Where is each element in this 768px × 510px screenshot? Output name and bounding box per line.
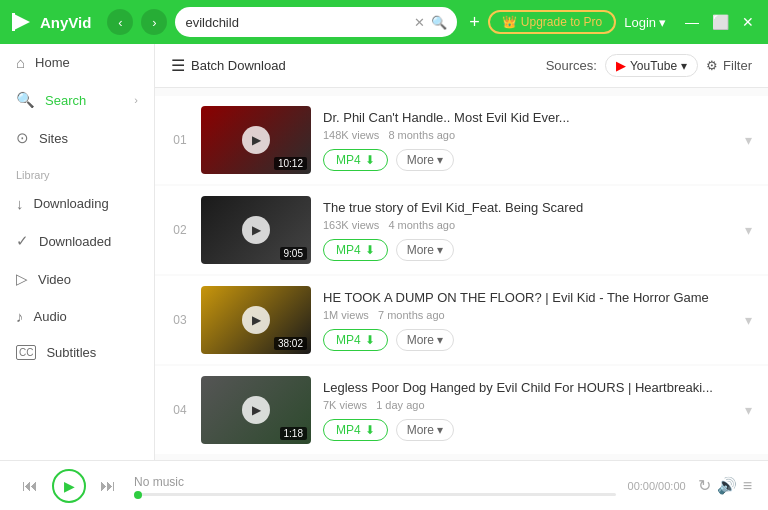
youtube-icon: ▶: [616, 58, 626, 73]
download-icon: ⬇: [365, 243, 375, 257]
video-thumbnail[interactable]: ▶ 10:12: [201, 106, 311, 174]
item-down-arrow: ▾: [745, 312, 752, 328]
sidebar-item-audio[interactable]: ♪ Audio: [0, 298, 154, 335]
video-duration: 9:05: [280, 247, 307, 260]
repeat-button[interactable]: ↻: [698, 476, 711, 495]
download-icon: ⬇: [365, 153, 375, 167]
sidebar-item-label: Subtitles: [46, 345, 96, 360]
sites-icon: ⊙: [16, 129, 29, 147]
sidebar-item-label: Downloading: [34, 196, 109, 211]
title-bar: AnyVid ‹ › ✕ 🔍 + 👑 Upgrade to Pro Login …: [0, 0, 768, 44]
minimize-button[interactable]: —: [682, 12, 702, 32]
audio-icon: ♪: [16, 308, 24, 325]
maximize-button[interactable]: ⬜: [710, 12, 730, 32]
more-options-button[interactable]: More ▾: [396, 149, 454, 171]
content-header: ☰ Batch Download Sources: ▶ YouTube ▾ ⚙ …: [155, 44, 768, 88]
video-duration: 1:18: [280, 427, 307, 440]
back-button[interactable]: ‹: [107, 9, 133, 35]
mp4-label: MP4: [336, 153, 361, 167]
video-title: HE TOOK A DUMP ON THE FLOOR? | Evil Kid …: [323, 290, 752, 305]
subtitles-icon: CC: [16, 345, 36, 360]
filter-button[interactable]: ⚙ Filter: [706, 58, 752, 73]
source-value: YouTube: [630, 59, 677, 73]
progress-bar[interactable]: [134, 493, 616, 496]
window-controls: — ⬜ ✕: [682, 12, 758, 32]
sidebar-item-downloaded[interactable]: ✓ Downloaded: [0, 222, 154, 260]
video-item: 02 ▶ 9:05 The true story of Evil Kid_Fea…: [155, 186, 768, 274]
volume-button[interactable]: 🔊: [717, 476, 737, 495]
forward-button[interactable]: ›: [141, 9, 167, 35]
thumb-play-button[interactable]: ▶: [242, 306, 270, 334]
play-button[interactable]: ▶: [52, 469, 86, 503]
chevron-down-icon: ▾: [681, 59, 687, 73]
mp4-label: MP4: [336, 243, 361, 257]
source-dropdown[interactable]: ▶ YouTube ▾: [605, 54, 698, 77]
mp4-download-button[interactable]: MP4 ⬇: [323, 329, 388, 351]
sidebar-item-label: Audio: [34, 309, 67, 324]
home-icon: ⌂: [16, 54, 25, 71]
more-options-button[interactable]: More ▾: [396, 239, 454, 261]
mp4-download-button[interactable]: MP4 ⬇: [323, 239, 388, 261]
chevron-down-icon: ▾: [437, 243, 443, 257]
sidebar-item-label: Home: [35, 55, 70, 70]
next-button[interactable]: ⏭: [94, 472, 122, 500]
more-label: More: [407, 243, 434, 257]
video-meta: 163K views 4 months ago: [323, 219, 752, 231]
sidebar-item-home[interactable]: ⌂ Home: [0, 44, 154, 81]
url-search-bar[interactable]: ✕ 🔍: [175, 7, 457, 37]
download-icon: ⬇: [365, 333, 375, 347]
sidebar-item-video[interactable]: ▷ Video: [0, 260, 154, 298]
filter-icon: ⚙: [706, 58, 718, 73]
chevron-down-icon: ▾: [437, 153, 443, 167]
chevron-down-icon: ▾: [659, 15, 666, 30]
search-input[interactable]: [185, 15, 408, 30]
download-icon: ⬇: [365, 423, 375, 437]
thumb-play-button[interactable]: ▶: [242, 216, 270, 244]
video-actions: MP4 ⬇ More ▾: [323, 329, 752, 351]
mp4-label: MP4: [336, 333, 361, 347]
video-title: Dr. Phil Can't Handle.. Most Evil Kid Ev…: [323, 110, 752, 125]
library-label: Library: [0, 157, 154, 185]
sidebar-item-subtitles[interactable]: CC Subtitles: [0, 335, 154, 370]
video-thumbnail[interactable]: ▶ 9:05: [201, 196, 311, 264]
playlist-button[interactable]: ≡: [743, 477, 752, 495]
clear-icon[interactable]: ✕: [414, 15, 425, 30]
upgrade-button[interactable]: 👑 Upgrade to Pro: [488, 10, 616, 34]
mp4-download-button[interactable]: MP4 ⬇: [323, 149, 388, 171]
video-item: 01 ▶ 10:12 Dr. Phil Can't Handle.. Most …: [155, 96, 768, 184]
close-button[interactable]: ✕: [738, 12, 758, 32]
sidebar-item-label: Downloaded: [39, 234, 111, 249]
filter-label: Filter: [723, 58, 752, 73]
crown-icon: 👑: [502, 15, 517, 29]
video-title: Legless Poor Dog Hanged by Evil Child Fo…: [323, 380, 752, 395]
mp4-label: MP4: [336, 423, 361, 437]
bottom-player: ⏮ ▶ ⏭ No music 00:00/00:00 ↻ 🔊 ≡: [0, 460, 768, 510]
content-area: ☰ Batch Download Sources: ▶ YouTube ▾ ⚙ …: [155, 44, 768, 460]
track-area: No music: [134, 475, 616, 496]
mp4-download-button[interactable]: MP4 ⬇: [323, 419, 388, 441]
sidebar-item-sites[interactable]: ⊙ Sites: [0, 119, 154, 157]
app-logo: AnyVid: [10, 10, 91, 34]
more-options-button[interactable]: More ▾: [396, 419, 454, 441]
search-icon: 🔍: [16, 91, 35, 109]
video-thumbnail[interactable]: ▶ 1:18: [201, 376, 311, 444]
more-options-button[interactable]: More ▾: [396, 329, 454, 351]
player-right-controls: ↻ 🔊 ≡: [698, 476, 752, 495]
item-down-arrow: ▾: [745, 402, 752, 418]
time-display: 00:00/00:00: [628, 480, 686, 492]
thumb-play-button[interactable]: ▶: [242, 396, 270, 424]
batch-download-button[interactable]: ☰ Batch Download: [171, 56, 286, 75]
search-icon[interactable]: 🔍: [431, 15, 447, 30]
sidebar-item-search[interactable]: 🔍 Search ›: [0, 81, 154, 119]
login-button[interactable]: Login ▾: [624, 15, 666, 30]
add-tab-button[interactable]: +: [469, 12, 480, 33]
chevron-down-icon: ▾: [437, 333, 443, 347]
sources-label: Sources:: [546, 58, 597, 73]
video-meta: 7K views 1 day ago: [323, 399, 752, 411]
video-item: 04 ▶ 1:18 Legless Poor Dog Hanged by Evi…: [155, 366, 768, 454]
video-thumbnail[interactable]: ▶ 38:02: [201, 286, 311, 354]
prev-button[interactable]: ⏮: [16, 472, 44, 500]
sidebar-item-downloading[interactable]: ↓ Downloading: [0, 185, 154, 222]
thumb-play-button[interactable]: ▶: [242, 126, 270, 154]
batch-download-label: Batch Download: [191, 58, 286, 73]
